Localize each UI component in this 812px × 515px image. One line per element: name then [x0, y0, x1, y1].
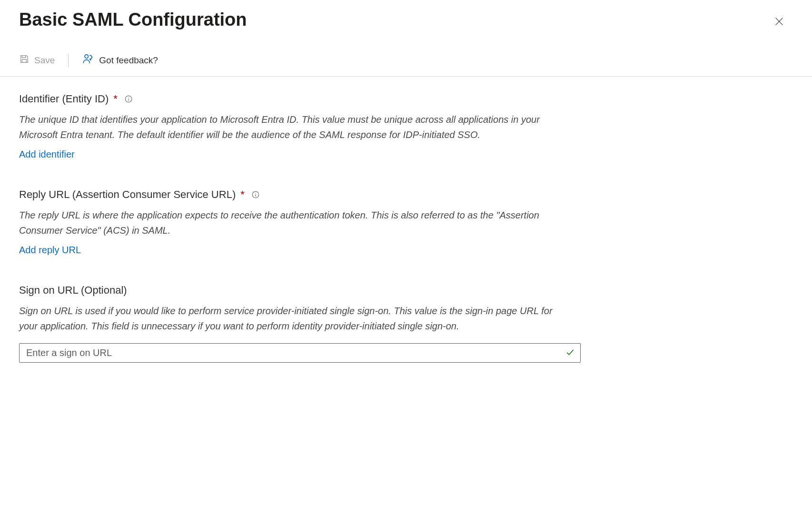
reply-url-section: Reply URL (Assertion Consumer Service UR… [19, 188, 793, 256]
reply-url-heading: Reply URL (Assertion Consumer Service UR… [19, 188, 793, 201]
sign-on-url-description: Sign on URL is used if you would like to… [19, 303, 566, 334]
identifier-section: Identifier (Entity ID) * The unique ID t… [19, 93, 793, 160]
svg-point-9 [255, 193, 256, 193]
save-icon [19, 54, 30, 67]
required-indicator: * [113, 93, 118, 105]
add-reply-url-link[interactable]: Add reply URL [19, 245, 81, 256]
sign-on-url-input-wrapper [19, 343, 581, 363]
feedback-button[interactable]: Got feedback? [82, 51, 158, 69]
sign-on-url-heading: Sign on URL (Optional) [19, 284, 793, 297]
info-icon[interactable] [251, 190, 260, 199]
info-icon[interactable] [124, 95, 133, 103]
sign-on-url-input[interactable] [19, 343, 581, 363]
save-button-label: Save [34, 55, 55, 66]
close-button[interactable] [770, 12, 788, 32]
identifier-description: The unique ID that identifies your appli… [19, 112, 566, 142]
identifier-heading-text: Identifier (Entity ID) [19, 93, 109, 105]
svg-point-3 [85, 55, 88, 58]
page-title: Basic SAML Configuration [19, 10, 247, 30]
required-indicator: * [240, 188, 245, 201]
checkmark-icon [565, 347, 575, 359]
sign-on-url-section: Sign on URL (Optional) Sign on URL is us… [19, 284, 793, 363]
save-button[interactable]: Save [19, 52, 55, 69]
reply-url-heading-text: Reply URL (Assertion Consumer Service UR… [19, 188, 236, 201]
svg-rect-2 [22, 59, 26, 62]
add-identifier-link[interactable]: Add identifier [19, 149, 75, 160]
reply-url-description: The reply URL is where the application e… [19, 208, 566, 238]
header: Basic SAML Configuration [0, 0, 812, 32]
close-icon [774, 21, 784, 28]
content: Identifier (Entity ID) * The unique ID t… [0, 77, 812, 363]
toolbar-divider [68, 54, 69, 67]
feedback-icon [82, 53, 94, 68]
svg-point-6 [128, 97, 129, 98]
feedback-button-label: Got feedback? [99, 55, 158, 66]
sign-on-url-heading-text: Sign on URL (Optional) [19, 284, 127, 297]
toolbar: Save Got feedback? [0, 32, 812, 77]
identifier-heading: Identifier (Entity ID) * [19, 93, 793, 105]
